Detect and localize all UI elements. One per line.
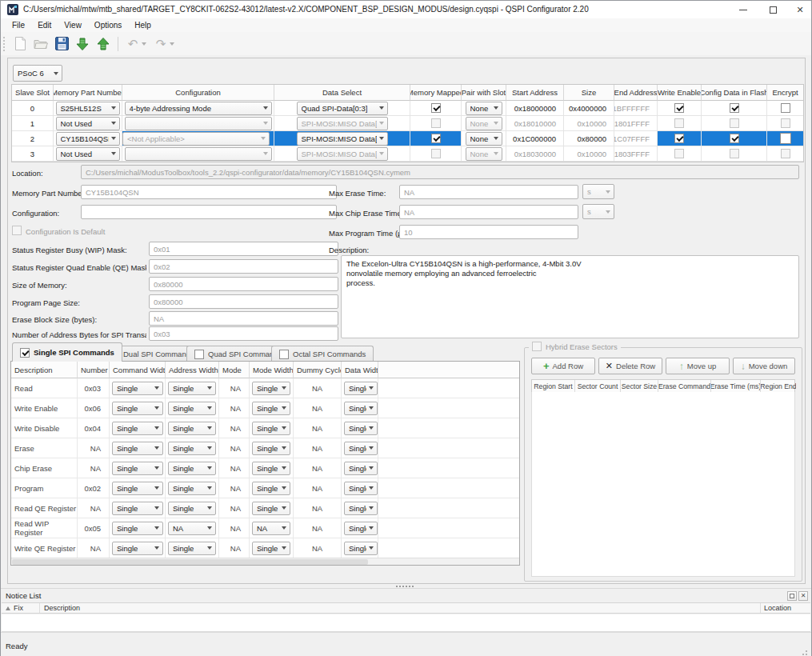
splitter-handle[interactable] xyxy=(396,586,398,587)
mode-width-select[interactable]: Single xyxy=(252,382,290,395)
start-address-cell[interactable]: 0x18000000 xyxy=(506,101,564,116)
data-select[interactable]: Quad SPI-Data[0:3] xyxy=(297,102,388,115)
col-start-address[interactable]: Start Address xyxy=(506,85,564,101)
add-row-button[interactable]: +Add Row xyxy=(531,358,595,374)
mode-width-select[interactable]: NA xyxy=(252,522,290,535)
command-width-select[interactable]: Single xyxy=(112,382,163,395)
memory-mapped-checkbox[interactable] xyxy=(431,103,441,113)
open-file-button[interactable] xyxy=(31,34,50,54)
new-file-button[interactable] xyxy=(10,34,30,54)
mode-width-select[interactable]: Single xyxy=(252,402,290,415)
command-width-select[interactable]: Single xyxy=(112,422,163,435)
menu-file[interactable]: File xyxy=(6,19,31,31)
maximize-button[interactable] xyxy=(759,1,786,18)
redo-button[interactable]: ↷ xyxy=(151,34,170,54)
size-cell[interactable]: 0x80000 xyxy=(564,131,614,146)
command-width-select[interactable]: Single xyxy=(112,442,163,455)
col-mode[interactable]: Mode xyxy=(219,362,250,378)
col-description[interactable]: Description xyxy=(40,603,761,613)
config-data-in-flash-checkbox[interactable] xyxy=(730,103,739,113)
col-mode-width[interactable]: Mode Width xyxy=(250,362,294,378)
col-command-width[interactable]: Command Width xyxy=(110,362,166,378)
data-select[interactable]: SPI-MOSI:MISO Data[0:1] xyxy=(297,132,388,146)
col-config-data-in-flash[interactable]: Config Data in Flash xyxy=(702,85,767,101)
toolbar-grip[interactable] xyxy=(3,37,6,51)
tab-checkbox[interactable] xyxy=(194,350,204,359)
undo-button[interactable]: ↶ xyxy=(123,34,142,54)
col-write-enable[interactable]: Write Enable xyxy=(658,85,702,101)
memory-part-select[interactable]: Not Used xyxy=(56,117,120,130)
move-up-button[interactable]: ↑Move up xyxy=(666,358,730,374)
write-enable-checkbox[interactable] xyxy=(674,134,684,143)
col-sector-size[interactable]: Sector Size xyxy=(621,380,658,392)
move-down-button[interactable]: ↓Move down xyxy=(733,358,795,374)
command-width-select[interactable]: Single xyxy=(112,542,163,555)
data-width-select[interactable]: Single xyxy=(344,482,378,495)
encrypt-checkbox[interactable] xyxy=(780,133,791,144)
col-description[interactable]: Description xyxy=(11,362,78,378)
tab-checkbox[interactable] xyxy=(279,350,289,359)
memory-mapped-checkbox[interactable] xyxy=(431,134,441,143)
col-location[interactable]: Location xyxy=(761,603,810,613)
notice-close-button[interactable]: ✕ xyxy=(798,591,808,601)
close-button[interactable]: ✕ xyxy=(786,1,812,18)
slot-cell[interactable]: 0 xyxy=(12,101,54,116)
address-width-select[interactable]: Single xyxy=(168,482,216,495)
menu-options[interactable]: Options xyxy=(88,19,128,31)
mode-width-select[interactable]: Single xyxy=(252,502,290,515)
delete-row-button[interactable]: ✕Delete Row xyxy=(598,358,662,374)
data-width-select[interactable]: Single xyxy=(344,462,378,475)
address-width-select[interactable]: Single xyxy=(168,422,216,435)
address-width-select[interactable]: Single xyxy=(168,402,216,415)
notice-float-button[interactable] xyxy=(787,591,797,601)
col-memory-part-number[interactable]: Memory Part Number xyxy=(54,85,122,101)
menu-view[interactable]: View xyxy=(58,19,88,31)
memory-part-select[interactable]: Not Used xyxy=(56,147,120,161)
col-dummy-cycles[interactable]: Dummy Cycles xyxy=(294,362,342,378)
col-fix[interactable]: Fix xyxy=(2,603,40,613)
address-width-select[interactable]: Single xyxy=(168,502,216,515)
col-erase-time[interactable]: Erase Time (ms) xyxy=(711,380,761,392)
pair-with-slot-select[interactable]: None xyxy=(466,102,502,115)
col-number[interactable]: Number xyxy=(78,362,110,378)
col-encrypt[interactable]: Encrypt xyxy=(767,85,803,101)
col-data-select[interactable]: Data Select xyxy=(274,85,410,101)
menu-help[interactable]: Help xyxy=(128,19,158,31)
size-cell[interactable]: 0x4000000 xyxy=(564,101,614,116)
col-address-width[interactable]: Address Width xyxy=(166,362,219,378)
data-width-select[interactable]: Single xyxy=(344,422,378,435)
col-configuration[interactable]: Configuration xyxy=(122,85,274,101)
data-width-select[interactable]: Single xyxy=(344,382,378,395)
undo-dropdown-arrow[interactable] xyxy=(142,42,146,46)
mode-width-select[interactable]: Single xyxy=(252,542,290,555)
mode-width-select[interactable]: Single xyxy=(252,482,290,495)
scrollbar-thumb[interactable] xyxy=(12,559,368,565)
write-enable-checkbox[interactable] xyxy=(674,103,684,113)
data-width-select[interactable]: Single xyxy=(344,542,378,555)
save-button[interactable] xyxy=(52,34,71,54)
col-region-start[interactable]: Region Start xyxy=(532,380,575,392)
address-width-select[interactable]: Single xyxy=(168,442,216,455)
device-select[interactable]: PSoC 6 xyxy=(13,65,62,82)
mode-width-select[interactable]: Single xyxy=(252,442,290,455)
start-address-cell[interactable]: 0x1C000000 xyxy=(506,131,564,146)
col-erase-command[interactable]: Erase Command xyxy=(658,380,711,392)
config-data-in-flash-checkbox[interactable] xyxy=(730,134,739,143)
data-width-select[interactable]: Single xyxy=(344,522,378,535)
data-width-select[interactable]: Single xyxy=(344,502,378,515)
col-sector-count[interactable]: Sector Count xyxy=(575,380,621,392)
command-width-select[interactable]: Single xyxy=(112,482,163,495)
minimize-button[interactable] xyxy=(730,1,757,18)
command-width-select[interactable]: Single xyxy=(112,402,163,415)
memory-part-select[interactable]: S25HL512S xyxy=(56,102,120,115)
slot-cell[interactable]: 1 xyxy=(12,116,54,131)
memory-part-select[interactable]: CY15B104QSN xyxy=(56,132,120,146)
col-region-end[interactable]: Region End xyxy=(761,380,796,392)
redo-dropdown-arrow[interactable] xyxy=(170,42,174,46)
col-size[interactable]: Size xyxy=(564,85,614,101)
slot-cell[interactable]: 3 xyxy=(12,146,54,162)
tab-single-spi-commands[interactable]: Single SPI Commands xyxy=(12,342,122,362)
data-width-select[interactable]: Single xyxy=(344,442,378,455)
menu-edit[interactable]: Edit xyxy=(31,19,58,31)
tab-checkbox[interactable] xyxy=(20,348,30,358)
